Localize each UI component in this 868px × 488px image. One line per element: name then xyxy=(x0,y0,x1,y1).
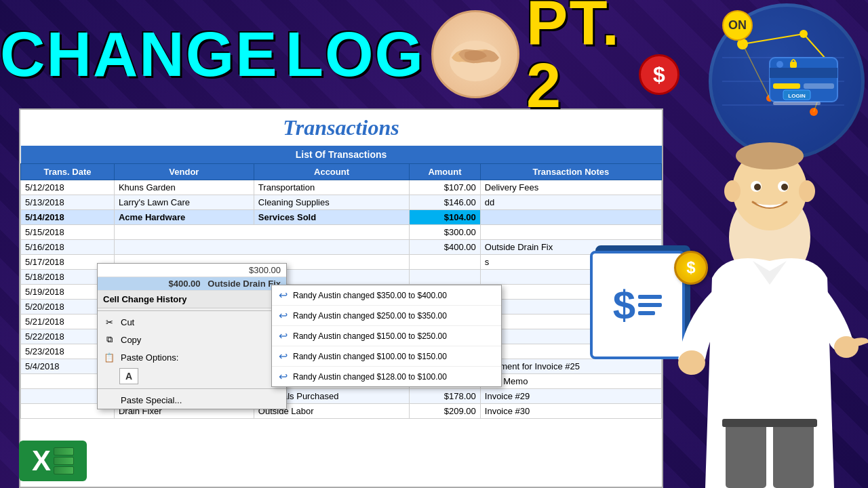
money-bill-3 xyxy=(54,466,74,474)
svg-rect-34 xyxy=(726,420,766,488)
paste-icon: 📋 xyxy=(103,351,115,363)
ctx-amount-400[interactable]: $400.00 Outside Drain Fix xyxy=(98,277,286,291)
flyout-item-1: ↩ Randy Austin changed $350.00 to $400.0… xyxy=(272,285,501,306)
cell-notes: Invoice #30 xyxy=(480,404,661,419)
ctx-cut-label: Cut xyxy=(121,317,281,327)
svg-rect-22 xyxy=(773,102,821,105)
cell-notes: dd xyxy=(480,195,661,210)
cell-amount-selected[interactable]: $104.00 xyxy=(410,210,481,225)
dollar-symbol: $ xyxy=(613,282,635,329)
spreadsheet-title: Transactions xyxy=(283,115,399,140)
cell-notes: Payment for Invoice #25 xyxy=(480,359,661,374)
col-notes: Transaction Notes xyxy=(480,164,661,180)
ctx-paste-options-label: Paste Options: xyxy=(121,352,281,363)
table-row: 5/14/2018 Acme Hardware Services Sold $1… xyxy=(21,210,662,225)
svg-text:LOGIN: LOGIN xyxy=(788,93,806,99)
cell-date: 5/14/2018 xyxy=(21,210,115,225)
dollar-card: $ xyxy=(590,251,685,359)
table-row: 5/15/2018 $300.00 xyxy=(21,225,662,240)
cell-notes: Test Memo xyxy=(480,374,661,389)
flyout-entry-1: Randy Austin changed $350.00 to $400.00 xyxy=(293,291,447,300)
ctx-paste-a-button[interactable]: A xyxy=(119,368,138,384)
coin-gold: $ xyxy=(674,251,708,285)
undo-icon-1: ↩ xyxy=(279,289,288,302)
cell-amount: $300.00 xyxy=(410,225,481,240)
col-vendor: Vendor xyxy=(114,164,254,180)
undo-icon-3: ↩ xyxy=(279,329,288,342)
svg-point-32 xyxy=(678,350,705,375)
money-bill-2 xyxy=(54,457,74,465)
cell-notes: Delivery Fees xyxy=(480,180,661,195)
cell-date: 5/16/2018 xyxy=(21,240,115,255)
cell-vendor: Khuns Garden xyxy=(114,180,254,195)
ctx-cell-change-label: Cell Change History xyxy=(103,294,187,304)
svg-rect-19 xyxy=(790,62,797,68)
ctx-cell-change-history[interactable]: Cell Change History ▶ xyxy=(98,291,286,308)
context-menu[interactable]: $300.00 $400.00 Outside Drain Fix Cell C… xyxy=(97,263,287,409)
excel-stack: X xyxy=(32,445,74,477)
cell-amount xyxy=(410,270,481,285)
cell-vendor: Acme Hardware xyxy=(114,210,254,225)
paste-special-icon xyxy=(103,394,115,406)
excel-x-icon: X xyxy=(32,445,51,477)
undo-icon-5: ↩ xyxy=(279,370,288,383)
change-history-flyout: ↩ Randy Austin changed $350.00 to $400.0… xyxy=(271,285,502,387)
col-date: Trans. Date xyxy=(21,164,115,180)
ctx-amount-300: $300.00 xyxy=(98,264,286,277)
cell-amount: $146.00 xyxy=(410,195,481,210)
svg-point-30 xyxy=(781,184,788,190)
flyout-entry-4: Randy Austin changed $100.00 to $150.00 xyxy=(293,352,447,361)
ctx-paste-special-label: Paste Special... xyxy=(121,395,281,405)
svg-rect-36 xyxy=(722,419,817,427)
copy-icon: ⧉ xyxy=(103,333,115,346)
svg-rect-35 xyxy=(773,420,814,488)
cell-vendor: Larry's Lawn Care xyxy=(114,195,254,210)
ctx-copy[interactable]: ⧉ Copy xyxy=(98,331,286,348)
cell-date: 5/15/2018 xyxy=(21,225,115,240)
svg-rect-16 xyxy=(773,83,800,89)
svg-point-31 xyxy=(736,142,804,169)
cell-amount: $178.00 xyxy=(410,389,481,404)
flyout-entry-2: Randy Austin changed $250.00 to $350.00 xyxy=(293,311,447,321)
svg-point-26 xyxy=(799,180,815,202)
banner-log: LOG xyxy=(285,23,425,85)
cell-notes: Invoice #29 xyxy=(480,389,661,404)
col-account: Account xyxy=(254,164,409,180)
scissors-icon: ✂ xyxy=(103,316,115,328)
ctx-separator-2 xyxy=(98,388,286,389)
money-stack xyxy=(54,447,74,474)
svg-point-29 xyxy=(754,184,761,190)
ctx-amount-400-value: $400.00 xyxy=(169,279,201,289)
svg-rect-17 xyxy=(804,83,834,89)
cell-amount xyxy=(410,255,481,270)
excel-logo: X xyxy=(19,441,87,481)
banner: CHANGE LOG PT. 2 xyxy=(0,0,665,108)
dollar-illustration: $ xyxy=(590,251,685,359)
svg-point-25 xyxy=(724,180,741,202)
on-badge: ON xyxy=(722,10,753,41)
flyout-entry-5: Randy Austin changed $128.00 to $100.00 xyxy=(293,372,447,382)
undo-icon-2: ↩ xyxy=(279,309,288,322)
ctx-paste-special[interactable]: Paste Special... xyxy=(98,391,286,409)
cell-account: Services Sold xyxy=(254,210,409,225)
cell-notes xyxy=(480,225,661,240)
table-col-header: Trans. Date Vendor Account Amount Transa… xyxy=(21,164,662,180)
cell-date: 5/12/2018 xyxy=(21,180,115,195)
cell-amount: $107.00 xyxy=(410,180,481,195)
cell-vendor xyxy=(114,240,409,255)
table-row: 5/16/2018 $400.00 Outside Drain Fix xyxy=(21,240,662,255)
table-row: 5/13/2018 Larry's Lawn Care Cleaning Sup… xyxy=(21,195,662,210)
cell-amount: $400.00 xyxy=(410,240,481,255)
ctx-outside-drain: Outside Drain Fix xyxy=(208,279,281,289)
ctx-cut[interactable]: ✂ Cut xyxy=(98,313,286,331)
ctx-paste-a-row: A xyxy=(98,366,286,386)
person-area xyxy=(671,122,868,488)
ctx-paste-options[interactable]: 📋 Paste Options: xyxy=(98,348,286,366)
col-amount: Amount xyxy=(410,164,481,180)
flyout-item-5: ↩ Randy Austin changed $128.00 to $100.0… xyxy=(272,367,501,386)
ctx-copy-label: Copy xyxy=(121,335,281,345)
list-header: List Of Transactions xyxy=(21,146,662,164)
table-section-header: List Of Transactions xyxy=(21,146,662,164)
cell-date: 5/13/2018 xyxy=(21,195,115,210)
table-row: 5/12/2018 Khuns Garden Transportation $1… xyxy=(21,180,662,195)
